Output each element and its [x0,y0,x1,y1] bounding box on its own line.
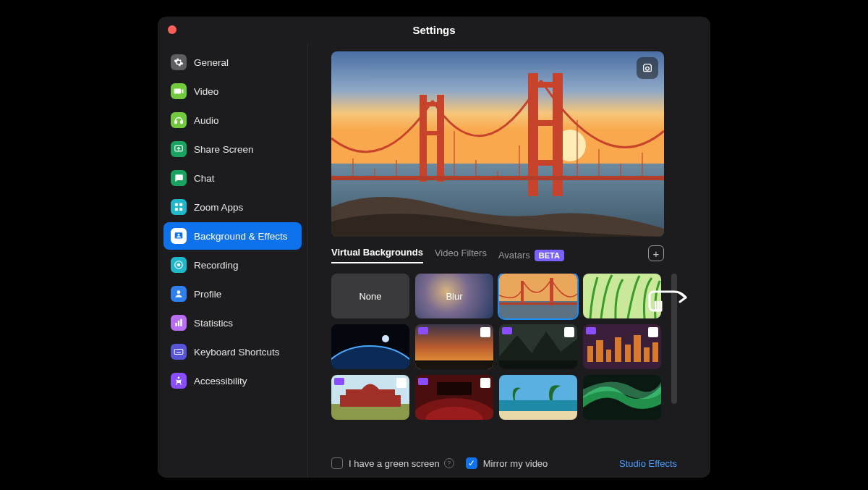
a11y-icon [171,373,187,389]
sidebar-item-recording[interactable]: Recording [163,251,302,279]
svg-point-10 [177,263,181,267]
sidebar-item-profile[interactable]: Profile [163,280,302,308]
settings-window: Settings GeneralVideoAudioShare ScreenCh… [158,17,710,478]
sidebar-item-general[interactable]: General [163,48,302,76]
add-background-button[interactable]: + [648,245,664,261]
studio-effects-link[interactable]: Studio Effects [619,458,677,469]
bg-thumb-blur[interactable]: Blur [415,274,493,318]
preview-image [331,51,664,237]
svg-rect-3 [175,203,178,206]
info-icon[interactable]: ? [444,458,454,468]
bg-thumb-bridge[interactable] [499,274,577,318]
svg-rect-80 [499,400,577,411]
bg-thumb-none[interactable]: None [331,274,409,318]
svg-rect-34 [331,176,664,180]
svg-rect-0 [175,121,176,124]
sidebar-item-label: Video [194,86,218,97]
sidebar-item-chat[interactable]: Chat [163,164,302,192]
beta-badge: BETA [535,250,564,261]
svg-rect-14 [180,319,182,326]
profile-icon [171,286,187,302]
close-window-button[interactable] [168,25,176,34]
svg-rect-12 [175,323,176,326]
sidebar-item-background-effects[interactable]: Background & Effects [163,222,302,250]
svg-rect-32 [528,120,563,126]
bgfx-icon [171,228,187,244]
svg-point-8 [178,234,180,236]
chat-icon [171,170,187,186]
qr-icon [480,327,490,337]
qr-icon [396,378,407,388]
share-icon [171,141,187,157]
sidebar-item-label: Audio [194,115,219,126]
video-preview [331,51,664,237]
footer: I have a green screen ? ✓ Mirror my vide… [331,452,677,469]
svg-rect-13 [178,321,179,326]
audio-icon [171,112,187,128]
svg-point-46 [646,67,650,70]
sidebar-item-label: General [194,57,229,68]
template-tag-icon [502,327,512,334]
svg-point-56 [382,335,389,342]
grid-scrollbar[interactable] [671,274,677,404]
svg-rect-68 [644,347,650,362]
content-pane: Virtual Backgrounds Video Filters Avatar… [308,43,710,478]
svg-rect-28 [420,131,444,135]
template-tag-icon [418,378,428,385]
svg-rect-51 [499,303,577,305]
sidebar-item-label: Statistics [194,318,233,329]
sidebar-item-label: Share Screen [194,144,254,155]
gear-icon [171,54,187,70]
backgrounds-grid-wrap: None Blur [331,274,677,452]
sidebar-item-label: Chat [194,173,215,184]
svg-rect-1 [181,121,182,124]
svg-rect-69 [652,342,658,362]
svg-rect-72 [346,389,395,407]
svg-rect-63 [596,340,603,362]
mirror-video-checkbox[interactable]: ✓ Mirror my video [466,457,548,469]
tab-virtual-backgrounds[interactable]: Virtual Backgrounds [331,247,423,263]
bg-thumb-palace[interactable] [331,375,409,420]
traffic-lights [168,25,176,34]
qr-icon [564,327,574,337]
bg-thumb-mountains[interactable] [499,324,577,369]
rotate-camera-button[interactable] [637,57,658,79]
bg-thumb-sunset[interactable] [415,324,493,369]
sidebar-item-keyboard-shortcuts[interactable]: Keyboard Shortcuts [163,338,302,366]
sidebar-item-label: Zoom Apps [194,202,243,213]
svg-rect-33 [528,160,563,166]
svg-rect-47 [499,274,577,301]
video-icon [171,83,187,99]
svg-rect-62 [587,346,593,362]
bg-thumb-theater[interactable] [415,375,493,420]
bg-thumb-aurora[interactable] [583,375,661,420]
sidebar-item-audio[interactable]: Audio [163,106,302,134]
effects-tabs: Virtual Backgrounds Video Filters Avatar… [331,247,664,263]
sidebar-item-statistics[interactable]: Statistics [163,309,302,337]
green-screen-checkbox[interactable]: I have a green screen ? [331,457,454,469]
sidebar-item-share-screen[interactable]: Share Screen [163,135,302,163]
svg-point-11 [177,290,181,294]
bg-thumb-grass[interactable] [583,274,661,318]
sidebar-item-label: Background & Effects [194,231,288,242]
tab-avatars[interactable]: Avatars [498,250,530,261]
sidebar-item-video[interactable]: Video [163,77,302,105]
sidebar-item-label: Keyboard Shortcuts [194,347,280,358]
svg-rect-25 [420,95,427,182]
svg-rect-66 [625,345,631,362]
svg-rect-15 [174,350,183,355]
bg-thumb-earth[interactable] [331,324,409,369]
svg-rect-79 [499,375,577,400]
svg-point-21 [178,376,180,379]
sidebar-item-accessibility[interactable]: Accessibility [163,367,302,394]
svg-rect-74 [392,395,401,407]
svg-rect-73 [340,395,349,407]
sidebar-item-zoom-apps[interactable]: Zoom Apps [163,193,302,221]
titlebar: Settings [158,17,710,43]
svg-rect-58 [415,360,493,369]
bg-thumb-city[interactable] [583,324,661,369]
qr-icon [480,378,490,388]
tab-video-filters[interactable]: Video Filters [435,248,487,263]
sidebar-item-label: Profile [194,289,221,300]
bg-thumb-beach[interactable] [499,375,577,420]
